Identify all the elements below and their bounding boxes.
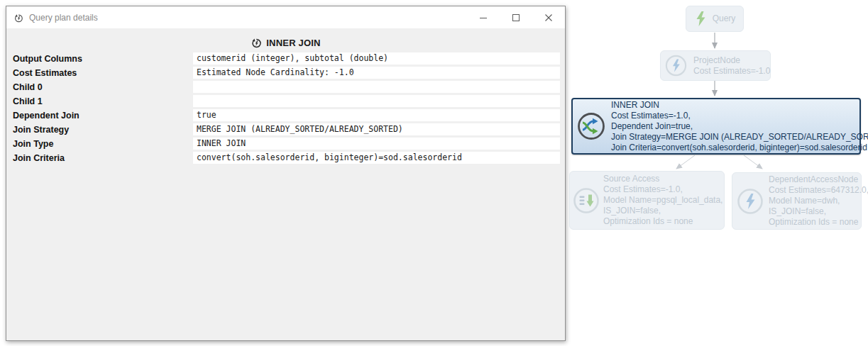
node-detail: Join Criteria=convert(soh.salesorderid, … bbox=[611, 143, 868, 153]
node-title: ProjectNode bbox=[693, 55, 770, 66]
node-title: Source Access bbox=[603, 174, 723, 184]
desktop: Query plan details bbox=[0, 0, 868, 346]
node-detail: Dependent Join=true, bbox=[611, 121, 868, 132]
node-detail: Model Name=pgsql_local_data, bbox=[603, 195, 723, 206]
node-detail: Cost Estimates=-1.0, bbox=[611, 111, 868, 121]
lightning-circle-icon bbox=[664, 54, 688, 77]
diagram-node-project[interactable]: ProjectNode Cost Estimates=-1.0 bbox=[660, 50, 771, 81]
node-detail: Optimization Ids = none bbox=[603, 216, 723, 227]
node-detail: IS_JOIN=false, bbox=[769, 206, 868, 217]
diagram-node-inner-join[interactable]: INNER JOIN Cost Estimates=-1.0, Dependen… bbox=[571, 98, 861, 155]
diagram-node-query[interactable]: Query bbox=[686, 6, 744, 32]
node-detail: Cost Estimates=647312.0, bbox=[769, 185, 868, 196]
lightning-bolt-icon bbox=[694, 11, 707, 28]
node-detail: Cost Estimates=-1.0 bbox=[693, 66, 770, 77]
node-detail: IS_JOIN=false, bbox=[603, 206, 723, 216]
query-plan-diagram: Query ProjectNode Cost Estimates=-1.0 bbox=[0, 0, 868, 346]
join-shuffle-icon bbox=[576, 111, 607, 142]
node-detail: Cost Estimates=-1.0, bbox=[603, 184, 723, 195]
diagram-node-dependent-access[interactable]: DependentAccessNode Cost Estimates=64731… bbox=[732, 172, 862, 230]
node-detail: Join Strategy=MERGE JOIN (ALREADY_SORTED… bbox=[611, 132, 868, 143]
lightning-circle-icon bbox=[736, 187, 764, 216]
node-title: DependentAccessNode bbox=[769, 174, 868, 185]
source-access-icon bbox=[572, 186, 600, 215]
diagram-node-source-access[interactable]: Source Access Cost Estimates=-1.0, Model… bbox=[569, 171, 725, 230]
node-detail: Model Name=dwh, bbox=[769, 196, 868, 206]
node-title: INNER JOIN bbox=[611, 100, 868, 111]
node-detail: Optimization Ids = none bbox=[769, 217, 868, 228]
node-title: Query bbox=[713, 13, 736, 24]
